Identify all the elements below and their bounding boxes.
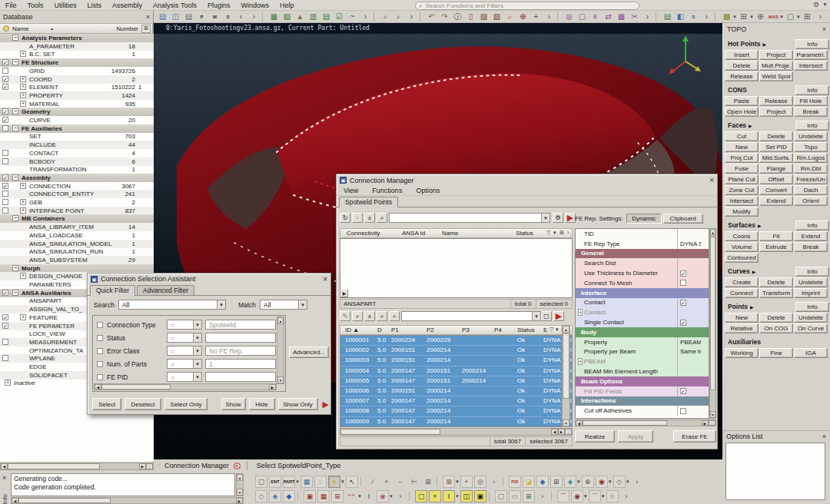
cut-plane-icon[interactable]: ✂ (629, 12, 640, 22)
extend-button[interactable]: Extend (759, 196, 793, 206)
new-list-icon[interactable]: ▤ (157, 12, 168, 22)
tree-section-geometry[interactable]: ✓−Geometry (0, 108, 154, 116)
hiddenline-view-icon[interactable]: ◈ (269, 490, 281, 502)
cut-button[interactable]: Cut (725, 131, 759, 141)
menu-windows[interactable]: Windows (235, 2, 274, 9)
filter-value-field[interactable]: Spotweld (205, 320, 276, 330)
checkbox-unchecked[interactable] (2, 68, 8, 74)
chevron-down-icon[interactable]: ▼ (601, 494, 606, 499)
tree-item-geb[interactable]: +GEB2 (0, 198, 154, 207)
filter-operator-combo[interactable]: =▼ (167, 359, 202, 369)
database-browser-icon[interactable]: ▤ (183, 12, 194, 22)
column-options-icon[interactable]: ⊞ (141, 25, 151, 33)
more-view-icon[interactable]: › (642, 12, 653, 22)
checks-icon[interactable]: ☑ (334, 12, 345, 22)
tree-item-grid[interactable]: GRID1493726 (0, 67, 154, 75)
delete-button[interactable]: Delete (759, 131, 793, 141)
delete-button[interactable]: Delete (759, 277, 793, 287)
marquee-select-icon[interactable]: ▢ (255, 476, 267, 488)
scroll-up-icon[interactable]: ▲ (710, 229, 715, 236)
table-row[interactable]: 10000045.0200014720001512000214OkDYNA SP… (340, 366, 572, 376)
table-row[interactable]: 10000065.020001512000214OkDYNA SPOT (340, 386, 572, 396)
collapse-icon[interactable]: − (12, 174, 18, 181)
close-icon[interactable]: × (822, 25, 826, 33)
find-icon[interactable]: ⌕ (377, 213, 387, 223)
grid-view-icon[interactable]: ⊞ (738, 12, 749, 22)
release-button[interactable]: Release (759, 96, 793, 106)
entity-select-icon[interactable]: ENT (269, 476, 281, 488)
property-row-single-contact[interactable]: Single Contact✓ (576, 317, 709, 327)
tile-windows-icon[interactable]: ⊞ (422, 476, 434, 488)
sets-list-icon[interactable]: S (222, 12, 234, 22)
wireframe-view-icon[interactable]: ◇ (255, 490, 267, 502)
fe-rep-grid[interactable]: TIDFE Rep TypeDYNA SPOTGeneralSearch Dis… (575, 228, 709, 419)
mesh-table-icon[interactable]: ⊞ (802, 12, 813, 22)
gear-icon[interactable]: ⚙ (813, 1, 819, 8)
property-value[interactable] (677, 229, 701, 239)
break-button[interactable]: Break (794, 107, 828, 117)
new-button[interactable]: New (725, 313, 759, 323)
includes-list-icon[interactable]: I (235, 12, 247, 22)
close-icon[interactable]: × (146, 13, 150, 21)
chevron-down-icon[interactable]: ▼ (193, 360, 201, 368)
spotlight-icon[interactable]: ● (328, 476, 340, 488)
new-button[interactable]: New (725, 142, 759, 152)
group-header-interactions[interactable]: Interactions (576, 396, 709, 406)
checkbox-checked[interactable]: ✓ (2, 183, 8, 189)
chevron-down-icon[interactable]: ▼ (749, 15, 754, 19)
property-row-contact[interactable]: Contact✓ (576, 298, 709, 308)
report-icon[interactable]: ▤ (320, 12, 332, 22)
scroll-up-icon[interactable]: ▲ (237, 474, 243, 481)
checkbox-checked[interactable]: ✓ (2, 323, 8, 329)
fuse-button[interactable]: Fuse (725, 164, 759, 174)
table-row[interactable]: 10000025.020001512000214OkDYNA SPOT (340, 346, 572, 356)
settings-gear-icon[interactable]: ⚙ (553, 213, 563, 223)
collapse-icon[interactable]: − (12, 265, 18, 271)
plane-cut-button[interactable]: Plane Cut (725, 174, 759, 184)
chevron-down-icon[interactable]: ▼ (455, 479, 460, 484)
chevron-down-icon[interactable]: ▼ (217, 300, 225, 309)
checkbox-checked[interactable]: ✓ (680, 270, 686, 277)
pick-arrow-icon[interactable]: ▶ (553, 311, 564, 321)
mas-icon[interactable]: MAS (768, 12, 779, 22)
paste-button[interactable]: Paste (725, 96, 759, 106)
cm-table2-hscrollbar[interactable]: ◀ ▶ ⋮ (340, 428, 573, 436)
database-column-header[interactable]: Name ▲ Number ⊞ (0, 23, 153, 34)
mass-balance-icon[interactable]: ▲ (294, 12, 306, 22)
close-icon[interactable]: × (2, 474, 6, 482)
chevron-down-icon[interactable]: ▼ (455, 494, 460, 499)
layers-icon[interactable]: ▩ (721, 12, 732, 22)
dialog-titlebar[interactable]: ▣ Connection Selection Assistant × (88, 274, 330, 284)
column-header-status[interactable]: Status (516, 230, 533, 237)
proj-cut-button[interactable]: Proj.Cut (725, 153, 759, 163)
expand-pane-icon[interactable]: ▶ (340, 289, 348, 297)
info-log[interactable]: Generating code... Code generation compl… (11, 473, 235, 496)
wire-globe-icon[interactable]: ⊕ (582, 476, 594, 488)
scroll-down-icon[interactable]: ▼ (563, 419, 569, 426)
more4-icon[interactable]: › (536, 490, 549, 502)
checkbox-unchecked[interactable] (97, 374, 103, 380)
expand-icon[interactable]: + (20, 199, 26, 205)
flange-button[interactable]: Flange (759, 164, 793, 174)
chevron-down-icon[interactable]: ▼ (583, 494, 588, 499)
zone-cut-button[interactable]: Zone Cut (725, 185, 759, 195)
select-button[interactable]: Select (92, 398, 121, 410)
cm-filter-combo-1[interactable]: ▼ (389, 213, 550, 223)
refresh-icon[interactable]: ↻ (340, 213, 350, 223)
chevron-down-icon[interactable]: ▼ (608, 479, 613, 484)
property-value[interactable] (677, 406, 701, 416)
advanced-button[interactable]: Advanced... (289, 346, 329, 358)
topo-button[interactable]: Topo (794, 142, 828, 152)
checkbox-checked[interactable]: ✓ (2, 108, 8, 114)
checkbox-checked[interactable]: ✓ (2, 76, 8, 82)
close-function-icon[interactable]: × (234, 463, 241, 469)
collapse-icon[interactable]: − (12, 125, 18, 131)
tree-section-fe-auxiliaries[interactable]: −FE Auxiliaries (0, 124, 154, 133)
more-icon[interactable]: › (488, 476, 500, 488)
tree-item-ansa-library-item[interactable]: ANSA_LIBRARY_ITEM14 (0, 223, 154, 231)
close-icon[interactable]: × (323, 275, 327, 284)
find-entity-icon[interactable]: ⌕ (504, 12, 516, 22)
pick-cursor-icon[interactable]: ▶ (323, 400, 329, 410)
imprint-button[interactable]: Imprint (794, 288, 828, 298)
more5-icon[interactable]: › (620, 490, 632, 502)
